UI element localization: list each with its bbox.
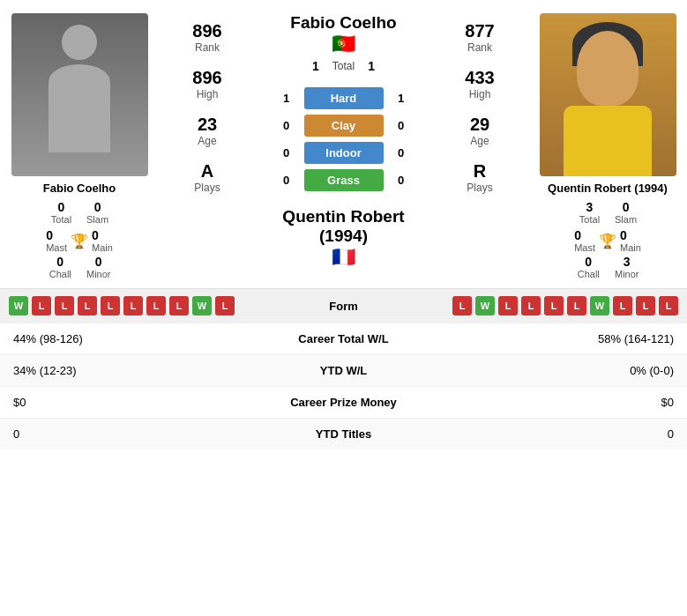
p2-slam-val: 0 Slam [615,200,637,225]
form-badge-p1: L [146,296,166,315]
p1-mast: 0 Mast [46,228,67,253]
p2-main: 0 Main [620,228,641,253]
total-p1: 1 [312,59,319,73]
player2-rank-block: 877 Rank [465,21,494,54]
form-badge-p2: L [544,296,564,315]
player2-age-block: 29 Age [470,115,489,147]
stats-table: 44% (98-126) Career Total W/L 58% (164-1… [0,323,687,449]
form-badge-p2: L [613,296,632,315]
p1-flag: 🇵🇹 [332,33,355,56]
hard-row: 1 Hard 1 [260,87,427,109]
prize-row: $0 Career Prize Money $0 [0,387,687,419]
p2-flag: 🇫🇷 [260,246,427,269]
player2-stats-col: 877 Rank 433 High 29 Age R Plays [427,13,533,279]
form-badge-p2: L [498,296,518,315]
p2-prize: $0 [446,387,687,419]
clay-score-right: 0 [392,119,410,132]
total-label: Total [332,60,355,72]
form-badge-p1: L [101,296,120,315]
p2-mast: 0 Mast [574,228,595,253]
career-wl-label: Career Total W/L [241,323,447,355]
form-badge-p2: L [567,296,586,315]
form-badge-p1: L [32,296,51,315]
form-left: WLLLLLLLWL [9,296,309,315]
form-badge-p1: L [169,296,189,315]
total-p2: 1 [368,59,375,73]
form-badge-p2: W [475,296,495,315]
p1-main: 0 Main [92,228,113,253]
p1-total-val: 0 Total [50,200,72,225]
grass-row: 0 Grass 0 [260,169,427,191]
p2-center-header: Quentin Robert (1994) 🇫🇷 [260,207,427,269]
player1-photo-col: Fabio Coelho 0 Total 0 Slam 0 Mast 🏆 [4,13,154,279]
form-badge-p2: W [590,296,609,315]
p1-prize: $0 [0,387,241,419]
court-section: 1 Hard 1 0 Clay 0 0 Indoor 0 0 Grass [260,87,427,191]
p2-center-name: Quentin Robert (1994) [260,207,427,246]
photo-face [577,31,638,106]
center-col: Fabio Coelho 🇵🇹 1 Total 1 1 Hard 1 0 Cla… [260,13,427,279]
player1-trophy-line: 0 Mast 🏆 0 Main [46,228,113,253]
indoor-score-right: 0 [392,146,410,160]
form-section: WLLLLLLLWL Form LWLLLLWLLL [0,288,687,323]
form-badge-p2: L [521,296,541,315]
indoor-score-left: 0 [278,146,295,160]
p1-ytd-wl: 34% (12-23) [0,355,241,387]
main-container: Fabio Coelho 0 Total 0 Slam 0 Mast 🏆 [0,0,687,449]
player2-plays-block: R Plays [467,161,492,194]
ytd-wl-row: 34% (12-23) YTD W/L 0% (0-0) [0,355,687,387]
hard-btn[interactable]: Hard [304,87,384,109]
player2-trophy-line: 0 Mast 🏆 0 Main [574,228,641,253]
form-badge-p1: L [55,296,74,315]
p1-minor: 0 Minor [86,255,111,279]
player1-extra-stats: 0 Chall 0 Minor [48,255,110,279]
player2-high-block: 433 High [465,68,494,100]
p1-ytd-titles: 0 [0,419,241,450]
form-badge-p2: L [636,296,655,315]
player1-name: Fabio Coelho [43,182,116,195]
p2-ytd-wl: 0% (0-0) [446,355,687,387]
player2-photo [540,13,676,176]
form-badge-p1: L [215,296,235,315]
form-badge-p1: W [9,296,28,315]
ytd-titles-label: YTD Titles [241,419,447,450]
form-right: LWLLLLWLLL [379,296,679,315]
player1-age-block: 23 Age [198,115,217,147]
player1-mini-stats: 0 Total 0 Slam [50,200,108,225]
clay-row: 0 Clay 0 [260,115,427,137]
form-badge-p2: L [659,296,678,315]
player1-high-block: 896 High [192,68,221,100]
hard-score-left: 1 [278,92,295,105]
p2-total-val: 3 Total [579,200,601,225]
player1-plays-block: A Plays [194,161,220,194]
form-label: Form [309,300,379,313]
player1-rank-block: 896 Rank [192,21,221,54]
clay-score-left: 0 [278,119,295,132]
silhouette-body [49,64,110,152]
player2-extra-stats: 0 Chall 3 Minor [576,255,638,279]
indoor-row: 0 Indoor 0 [260,142,427,164]
form-badge-p1: W [192,296,212,315]
photo-shirt [564,106,652,176]
player1-silhouette [44,25,115,166]
p1-career-wl: 44% (98-126) [0,323,241,355]
players-section: Fabio Coelho 0 Total 0 Slam 0 Mast 🏆 [0,0,687,288]
trophy-icon-right: 🏆 [599,233,616,249]
total-line: 1 Total 1 [312,59,375,73]
player1-stats-col: 896 Rank 896 High 23 Age A Plays [154,13,260,279]
clay-btn[interactable]: Clay [304,115,384,137]
silhouette-head [62,25,97,60]
indoor-btn[interactable]: Indoor [304,142,384,164]
grass-score-left: 0 [278,174,295,187]
prize-label: Career Prize Money [241,387,447,419]
grass-btn[interactable]: Grass [304,169,384,191]
ytd-wl-label: YTD W/L [241,355,447,387]
form-badge-p1: L [78,296,97,315]
p2-minor: 3 Minor [615,255,639,279]
ytd-titles-row: 0 YTD Titles 0 [0,419,687,450]
grass-score-right: 0 [392,174,410,187]
hard-score-right: 1 [392,92,410,105]
trophy-icon-left: 🏆 [71,233,88,249]
form-badge-p1: L [123,296,143,315]
form-badge-p2: L [452,296,472,315]
